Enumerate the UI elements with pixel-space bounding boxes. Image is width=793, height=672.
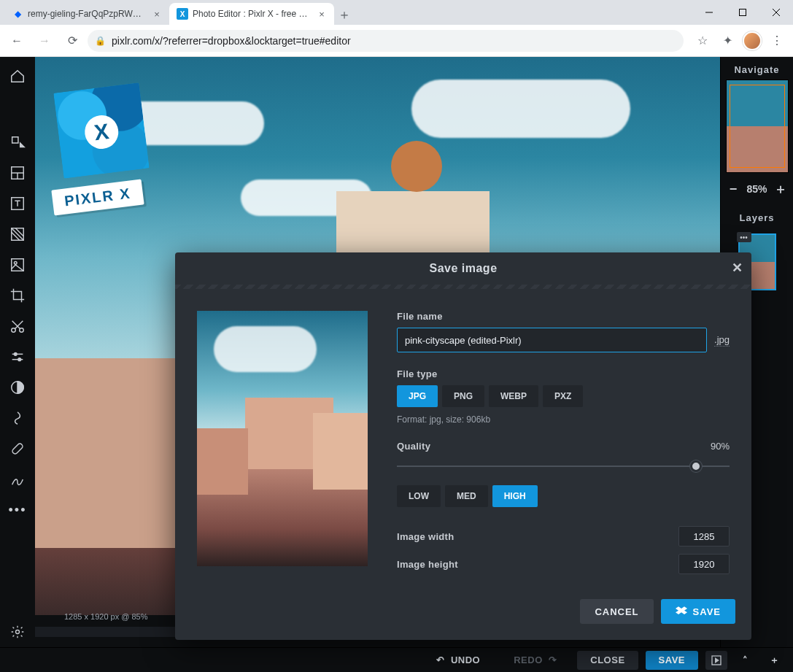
svg-point-15 (14, 353, 17, 356)
arrange-tool-icon[interactable] (0, 127, 35, 158)
navigator-thumbnail[interactable] (726, 80, 789, 173)
dialog-title: Save image (429, 262, 497, 275)
heal-tool-icon[interactable] (0, 433, 35, 464)
format-info-text: Format: jpg, size: 906kb (397, 414, 730, 425)
svg-point-10 (14, 261, 17, 264)
quality-slider-thumb[interactable] (690, 460, 702, 472)
redo-button[interactable]: REDO ↷ (500, 651, 570, 670)
cut-tool-icon[interactable] (0, 311, 35, 341)
profile-avatar[interactable] (740, 29, 764, 53)
chrome-menu-icon[interactable]: ⋮ (765, 29, 789, 53)
image-width-label: Image width (397, 531, 454, 542)
svg-rect-18 (12, 443, 24, 455)
quality-label: Quality (397, 441, 430, 452)
adjust-tool-icon[interactable] (0, 341, 35, 372)
image-height-label: Image height (397, 559, 458, 570)
file-type-png[interactable]: PNG (442, 385, 484, 407)
draw-tool-icon[interactable] (0, 464, 35, 495)
layers-heading: Layers (740, 205, 775, 228)
quality-preset-high[interactable]: HIGH (492, 485, 538, 507)
save-preview-image (197, 311, 368, 566)
tab-title: remy-gieling-FarQqPzpRW4-uns (28, 9, 144, 19)
quality-slider[interactable] (397, 459, 730, 474)
file-type-pxz[interactable]: PXZ (543, 385, 583, 407)
quality-preset-segmented: LOW MED HIGH (397, 485, 730, 507)
window-maximize-button[interactable] (726, 1, 759, 23)
browser-titlebar: ◆ remy-gieling-FarQqPzpRW4-uns × X Photo… (0, 0, 793, 25)
collapse-panel-icon[interactable]: ˄ (735, 651, 757, 670)
save-image-dialog: Save image ✕ File name (175, 252, 751, 640)
file-type-segmented: JPG PNG WEBP PXZ (397, 385, 730, 407)
undo-button[interactable]: ↶ UNDO (423, 651, 493, 670)
add-button[interactable]: ＋ (764, 651, 786, 670)
zoom-level-text: 85% (746, 183, 767, 195)
fill-tool-icon[interactable] (0, 219, 35, 250)
text-tool-icon[interactable] (0, 188, 35, 219)
nav-back-button[interactable]: ← (4, 30, 29, 52)
extensions-icon[interactable]: ✦ (716, 29, 739, 53)
tab-title: Photo Editor : Pixlr X - free image (193, 9, 309, 19)
tab-close-icon[interactable]: × (317, 9, 327, 19)
new-tab-button[interactable]: ＋ (334, 4, 355, 25)
zoom-in-button[interactable]: ＋ (774, 180, 787, 198)
window-minimize-button[interactable] (692, 1, 726, 23)
more-tools-button[interactable]: ••• (9, 495, 27, 525)
image-height-input[interactable] (678, 554, 730, 574)
contrast-tool-icon[interactable] (0, 372, 35, 403)
window-controls (692, 1, 793, 23)
tab-close-icon[interactable]: × (152, 9, 162, 19)
window-close-button[interactable] (759, 1, 793, 23)
quality-value-text: 90% (711, 441, 730, 452)
layout-tool-icon[interactable] (0, 158, 35, 188)
dialog-save-button[interactable]: SAVE (661, 599, 735, 624)
svg-point-19 (16, 630, 20, 634)
save-button[interactable]: SAVE (646, 651, 698, 670)
url-input[interactable]: 🔒 pixlr.com/x/?referrer=dropbox&locktarg… (88, 30, 684, 52)
svg-rect-1 (740, 9, 746, 16)
lock-icon: 🔒 (95, 36, 106, 46)
pixlr-app: ••• (0, 57, 793, 672)
url-text: pixlr.com/x/?referrer=dropbox&locktarget… (112, 35, 351, 47)
home-icon[interactable] (0, 61, 35, 92)
dialog-close-icon[interactable]: ✕ (732, 260, 743, 276)
file-type-label: File type (397, 368, 730, 379)
browser-tab-1[interactable]: X Photo Editor : Pixlr X - free image × (169, 3, 334, 25)
file-type-webp[interactable]: WEBP (489, 385, 538, 407)
dropbox-icon (676, 606, 687, 617)
tool-sidebar: ••• (0, 57, 35, 647)
image-width-input[interactable] (678, 526, 730, 547)
browser-tab-0[interactable]: ◆ remy-gieling-FarQqPzpRW4-uns × (4, 3, 169, 25)
liquify-tool-icon[interactable] (0, 403, 35, 433)
browser-tabs: ◆ remy-gieling-FarQqPzpRW4-uns × X Photo… (0, 0, 692, 25)
navigate-heading: Navigate (734, 57, 779, 80)
bottom-toolbar: ↶ UNDO REDO ↷ CLOSE SAVE ˄ ＋ (0, 647, 793, 672)
crop-tool-icon[interactable] (0, 280, 35, 311)
export-icon[interactable] (705, 651, 727, 670)
redo-icon: ↷ (549, 654, 557, 665)
close-button[interactable]: CLOSE (577, 651, 638, 670)
dropbox-icon: ◆ (12, 8, 23, 20)
nav-forward-button[interactable]: → (32, 30, 57, 52)
save-form: File name .jpg File type JPG PNG WEBP PX… (397, 311, 730, 582)
nav-reload-button[interactable]: ⟳ (60, 30, 85, 52)
dialog-cancel-button[interactable]: CANCEL (580, 599, 653, 624)
layer-menu-icon[interactable]: ••• (737, 232, 751, 242)
quality-preset-med[interactable]: MED (445, 485, 488, 507)
browser-address-bar: ← → ⟳ 🔒 pixlr.com/x/?referrer=dropbox&lo… (0, 25, 793, 57)
file-extension-text[interactable]: .jpg (714, 334, 730, 347)
quality-preset-low[interactable]: LOW (397, 485, 441, 507)
undo-icon: ↶ (436, 654, 445, 665)
zoom-out-button[interactable]: − (727, 182, 740, 197)
bookmark-star-icon[interactable]: ☆ (691, 29, 714, 53)
file-name-input[interactable] (397, 328, 707, 352)
svg-point-16 (18, 358, 21, 361)
file-name-label: File name (397, 311, 730, 322)
file-type-jpg[interactable]: JPG (397, 385, 438, 407)
settings-gear-icon[interactable] (0, 617, 35, 647)
pixlr-icon: X (177, 8, 188, 20)
add-image-tool-icon[interactable] (0, 250, 35, 280)
